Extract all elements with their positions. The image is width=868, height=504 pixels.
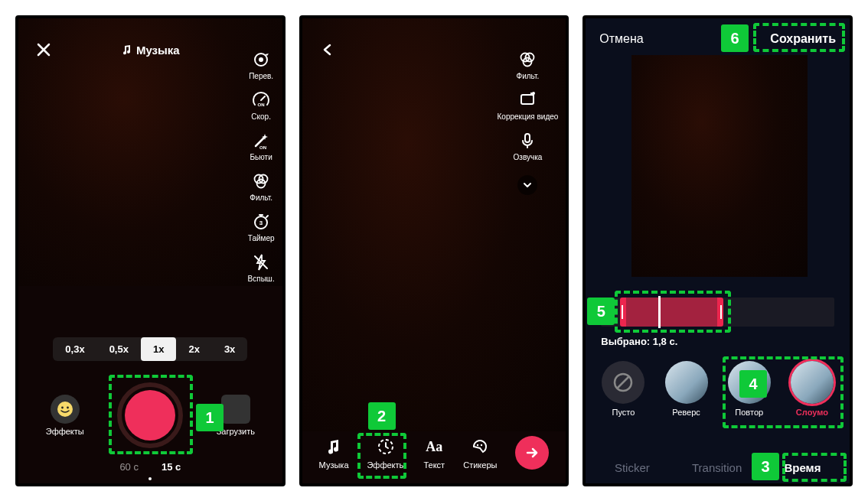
selection-duration-label: Выбрано: 1,8 с.: [601, 336, 677, 347]
tab-sticker[interactable]: Sticker: [615, 461, 650, 474]
duration-selector: 60 с 15 с: [18, 461, 282, 473]
beauty-tool-button[interactable]: ON Бьюти: [250, 130, 272, 161]
cancel-button[interactable]: Отмена: [599, 32, 643, 46]
edit-tools-column: Фильт. Коррекция видео Озвучка: [498, 49, 559, 195]
svg-text:ON: ON: [259, 145, 266, 150]
record-row: Эффекты Загрузить: [18, 382, 282, 448]
effects-button[interactable]: Эффекты: [367, 436, 405, 470]
svg-text:ON: ON: [258, 102, 265, 107]
beauty-label: Бьюти: [250, 153, 272, 161]
fx-reverse-button[interactable]: Реверс: [665, 361, 708, 417]
upload-label: Загрузить: [217, 427, 255, 436]
pager-dot: [148, 477, 152, 480]
timer-tool-button[interactable]: 3 Таймер: [248, 211, 275, 242]
music-label: Музыка: [136, 44, 180, 57]
filters-label: Фильт.: [517, 72, 540, 80]
video-correction-button[interactable]: Коррекция видео: [498, 89, 559, 121]
text-label: Текст: [423, 460, 445, 470]
fx-reverse-label: Реверс: [672, 408, 700, 417]
effects-icon: [376, 437, 396, 457]
video-preview-small: [631, 55, 808, 277]
timeline[interactable]: [601, 298, 834, 328]
svg-text:3: 3: [259, 219, 263, 226]
filters-tool-button[interactable]: Фильт.: [250, 171, 272, 202]
close-icon: [37, 43, 51, 57]
back-button[interactable]: [318, 40, 338, 60]
filters-label: Фильт.: [250, 193, 272, 202]
speed-tool-button[interactable]: ON Скор.: [250, 89, 272, 121]
speed-0-3x[interactable]: 0,3x: [53, 337, 96, 361]
music-icon: [325, 437, 343, 456]
effects-top-bar: Отмена Сохранить: [586, 32, 850, 46]
effect-category-tabs: Sticker Transition Время: [586, 461, 850, 474]
sticker-icon: [471, 437, 489, 456]
effects-time-screen: Отмена Сохранить Выбрано: 1,8 с. Пусто Р…: [582, 15, 853, 486]
upload-thumb: [221, 395, 250, 424]
svg-point-11: [67, 407, 69, 409]
svg-point-19: [477, 444, 478, 446]
edit-screen: Фильт. Коррекция видео Озвучка Музыка Эф…: [299, 15, 569, 486]
timer-icon: 3: [252, 213, 270, 231]
flash-tool-button[interactable]: Вспыш.: [248, 252, 275, 283]
next-button[interactable]: [515, 436, 549, 470]
mic-icon: [518, 132, 537, 150]
camera-screen: Музыка Перев. ON Скор. ON Бьюти Фильт. 3…: [15, 15, 286, 486]
speedometer-icon: ON: [252, 91, 270, 109]
text-icon: Aa: [423, 436, 445, 457]
wand-icon: ON: [252, 132, 270, 150]
arrow-right-icon: [524, 445, 540, 460]
camera-top-bar: Музыка: [18, 40, 282, 60]
upload-button[interactable]: Загрузить: [217, 395, 255, 436]
slowmo-thumb: [791, 361, 834, 404]
chevron-down-icon: [517, 175, 537, 195]
timeline-playhead[interactable]: [658, 296, 661, 328]
speed-1x[interactable]: 1x: [141, 337, 176, 361]
fx-none-button[interactable]: Пусто: [602, 361, 644, 417]
tab-transition[interactable]: Transition: [692, 461, 742, 474]
save-button[interactable]: Сохранить: [770, 32, 836, 46]
filters-button[interactable]: Фильт.: [517, 49, 540, 80]
music-label: Музыка: [319, 460, 349, 470]
speed-0-5x[interactable]: 0,5x: [97, 337, 141, 361]
flip-icon: [251, 50, 271, 70]
music-button[interactable]: Музыка: [319, 436, 349, 470]
stickers-label: Стикеры: [463, 460, 497, 470]
svg-point-20: [481, 444, 482, 446]
filters-icon: [518, 50, 537, 69]
speed-selector: 0,3x 0,5x 1x 2x 3x: [53, 337, 247, 361]
fx-repeat-button[interactable]: Повтор: [728, 361, 771, 417]
duration-15s[interactable]: 15 с: [162, 461, 181, 473]
flip-label: Перев.: [249, 72, 273, 80]
svg-point-16: [532, 92, 535, 95]
crop-icon: [518, 91, 537, 109]
timeline-selection[interactable]: [620, 298, 723, 327]
fx-none-label: Пусто: [612, 408, 635, 417]
fx-slowmo-button[interactable]: Слоумо: [791, 361, 834, 417]
close-button[interactable]: [34, 40, 54, 60]
text-button[interactable]: Aa Текст: [423, 436, 445, 470]
correction-label: Коррекция видео: [498, 112, 559, 121]
speed-3x[interactable]: 3x: [212, 337, 247, 361]
edit-bottom-row: Музыка Эффекты Aa Текст Стикеры: [302, 436, 566, 470]
duration-60s[interactable]: 60 с: [119, 461, 139, 473]
record-button[interactable]: [117, 382, 183, 448]
effects-label: Эффекты: [367, 460, 405, 470]
voice-label: Озвучка: [514, 153, 543, 161]
none-icon: [602, 361, 644, 404]
back-icon: [321, 44, 334, 56]
effects-button[interactable]: Эффекты: [46, 395, 84, 436]
speed-2x[interactable]: 2x: [176, 337, 211, 361]
svg-rect-15: [521, 95, 534, 104]
fx-repeat-label: Повтор: [735, 408, 763, 417]
music-icon: [121, 44, 132, 55]
timer-label: Таймер: [248, 234, 275, 242]
more-tools-button[interactable]: [517, 175, 537, 195]
svg-rect-17: [525, 134, 530, 142]
add-music-button[interactable]: Музыка: [54, 44, 247, 57]
stickers-button[interactable]: Стикеры: [463, 436, 497, 470]
tab-time[interactable]: Время: [784, 461, 821, 474]
flip-camera-button[interactable]: Перев.: [249, 49, 273, 80]
flash-off-icon: [252, 253, 270, 272]
time-effects-row: Пусто Реверс Повтор Слоумо: [586, 361, 850, 417]
voiceover-button[interactable]: Озвучка: [514, 130, 543, 161]
